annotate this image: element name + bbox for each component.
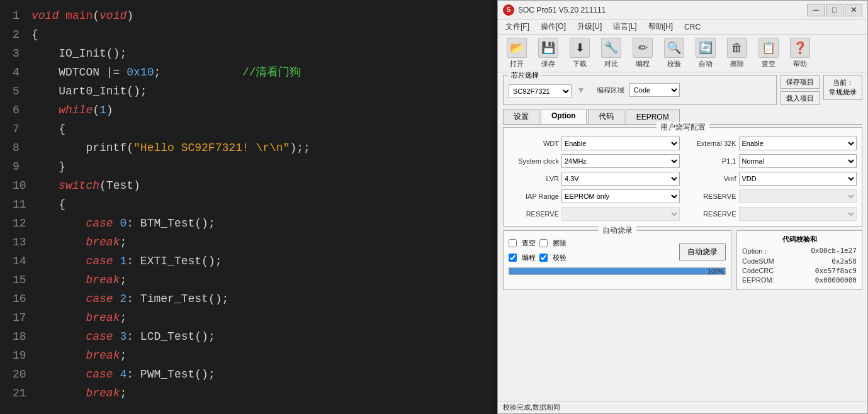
reserve3-label: RESERVE (686, 210, 736, 218)
auto-burn-button[interactable]: 自动烧录 (679, 243, 726, 260)
code-editor: 1void main(void) 2{ 3 IO_Init(); 4 WDTCO… (0, 0, 497, 414)
codecrc-label: CodeCRC (742, 267, 774, 275)
checksum-option-row: Option： 0x00cb-1e27 (742, 247, 857, 256)
soc-window: S SOC Pro51 V5.20 211111 ─ □ ✕ 文件[F] 操作[… (497, 0, 868, 414)
auto-label: 自动 (699, 59, 713, 69)
vref-row: Vref VDD1.2V (686, 172, 857, 186)
window-controls: ─ □ ✕ (807, 4, 862, 16)
lvr-select[interactable]: 4.3V3.8V (561, 172, 680, 186)
menu-file[interactable]: 文件[F] (503, 21, 532, 33)
progress-label: 100% (707, 268, 724, 276)
toolbar: 📂 打开 💾 保存 ⬇ 下载 🔧 对比 ✏ 编程 🔍 校验 🔄 自动 🗑 (498, 35, 867, 72)
chip-select[interactable]: SC92F7321 (509, 84, 572, 98)
reserve3-row: RESERVE (686, 207, 857, 221)
checkbox-col2: 擦除 校验 (539, 238, 566, 265)
download-icon: ⬇ (570, 38, 590, 58)
erase-checkbox-row: 擦除 (539, 238, 566, 248)
ext32k-select[interactable]: EnableDisable (739, 137, 857, 150)
wdt-row: WDT EnableDisable (509, 137, 680, 150)
main-panel: 芯片选择 SC92F7321 ▼ 编程区域 Code 保存项目 载入项目 当前：… (498, 72, 867, 401)
verify-cb-label: 校验 (553, 253, 566, 262)
checkbox-col1: 查空 编程 (509, 238, 536, 265)
erase-button[interactable]: 🗑 擦除 (723, 38, 751, 69)
eeprom-value: 0x00000000 (815, 276, 857, 284)
menu-bar: 文件[F] 操作[O] 升级[U] 语言[L] 帮助[H] CRC (498, 20, 867, 35)
program-label: 编程 (636, 59, 650, 69)
title-bar: S SOC Pro51 V5.20 211111 ─ □ ✕ (498, 1, 867, 20)
option-label: Option： (742, 247, 769, 256)
menu-help[interactable]: 帮助[H] (646, 21, 675, 33)
download-label: 下载 (573, 59, 587, 69)
tab-settings[interactable]: 设置 (503, 109, 539, 124)
p11-row: P1.1 NormalReset (686, 154, 857, 168)
vref-select[interactable]: VDD1.2V (739, 172, 857, 186)
ext32k-label: External 32K (686, 140, 736, 147)
status-text: 校验完成,数据相同 (503, 403, 560, 411)
checksum-eeprom-row: EEPROM: 0x00000000 (742, 276, 857, 284)
bottom-row: 自动烧录 查空 编程 (503, 230, 862, 290)
program-checkbox[interactable] (509, 254, 517, 262)
erase-cb-label: 擦除 (553, 238, 566, 248)
reserve2-label: RESERVE (509, 210, 559, 218)
chip-area-group: 芯片选择 SC92F7321 ▼ 编程区域 Code (503, 75, 777, 105)
program-area-label: 编程区域 (597, 86, 624, 95)
tab-option[interactable]: Option (541, 109, 587, 124)
compare-label: 对比 (604, 59, 618, 69)
open-label: 打开 (510, 59, 524, 69)
auto-burn-controls: 查空 编程 擦除 校验 (509, 238, 726, 265)
reserve1-row: RESERVE (686, 189, 857, 203)
eeprom-label: EEPROM: (742, 276, 774, 284)
verify-label: 校验 (667, 59, 681, 69)
blank-check-button[interactable]: 📋 查空 (755, 38, 782, 69)
auto-burn-section: 自动烧录 查空 编程 (503, 230, 731, 290)
help-button[interactable]: ❓ 帮助 (786, 38, 814, 69)
sysclock-select[interactable]: 24MHz12MHz6MHz (561, 154, 680, 168)
option-value: 0x00cb-1e27 (811, 247, 857, 256)
blank-check-cb-label: 查空 (522, 238, 536, 248)
compare-icon: 🔧 (601, 38, 621, 58)
blank-check-checkbox[interactable] (509, 239, 517, 247)
p11-select[interactable]: NormalReset (739, 154, 857, 168)
close-button[interactable]: ✕ (845, 4, 862, 16)
wdt-select[interactable]: EnableDisable (561, 137, 680, 150)
current-mode-button[interactable]: 当前： 常规烧录 (823, 75, 862, 100)
menu-operation[interactable]: 操作[O] (538, 21, 568, 33)
codesum-value: 0x2a58 (831, 257, 857, 266)
menu-language[interactable]: 语言[L] (611, 21, 639, 33)
save-button[interactable]: 💾 保存 (534, 38, 562, 69)
save-icon: 💾 (538, 38, 558, 58)
open-button[interactable]: 📂 打开 (503, 38, 531, 69)
load-project-button[interactable]: 载入项目 (781, 91, 820, 105)
compare-button[interactable]: 🔧 对比 (597, 38, 625, 69)
save-project-button[interactable]: 保存项目 (781, 75, 820, 89)
tab-code[interactable]: 代码 (588, 109, 624, 124)
program-area-select[interactable]: Code (629, 83, 680, 97)
checksum-codecrc-row: CodeCRC 0xe57f8ac9 (742, 267, 857, 275)
erase-checkbox[interactable] (539, 239, 548, 247)
checksum-codesum-row: CodeSUM 0x2a58 (742, 257, 857, 266)
p11-label: P1.1 (686, 157, 736, 165)
wdt-label: WDT (509, 140, 559, 147)
ext32k-row: External 32K EnableDisable (686, 137, 857, 150)
blank-check-icon: 📋 (758, 38, 779, 58)
erase-icon: 🗑 (727, 38, 747, 58)
reserve2-row: RESERVE (509, 207, 680, 221)
maximize-button[interactable]: □ (826, 4, 843, 16)
program-button[interactable]: ✏ 编程 (629, 38, 657, 69)
download-button[interactable]: ⬇ 下载 (566, 38, 594, 69)
chip-dropdown-arrow: ▼ (577, 85, 585, 95)
minimize-button[interactable]: ─ (807, 4, 825, 16)
menu-crc[interactable]: CRC (682, 22, 703, 32)
status-bar: 校验完成,数据相同 (498, 401, 867, 413)
blank-check-label: 查空 (762, 59, 775, 69)
menu-upgrade[interactable]: 升级[U] (575, 21, 604, 33)
verify-button[interactable]: 🔍 校验 (660, 38, 688, 69)
verify-checkbox[interactable] (539, 254, 548, 262)
sysclock-row: System clock 24MHz12MHz6MHz (509, 154, 680, 168)
help-label: 帮助 (793, 59, 807, 69)
reserve2-select (561, 207, 680, 221)
checksum-title: 代码校验和 (742, 235, 857, 244)
reserve1-select (739, 189, 857, 203)
auto-button[interactable]: 🔄 自动 (692, 38, 719, 69)
iap-select[interactable]: EEPROM only (561, 189, 680, 203)
